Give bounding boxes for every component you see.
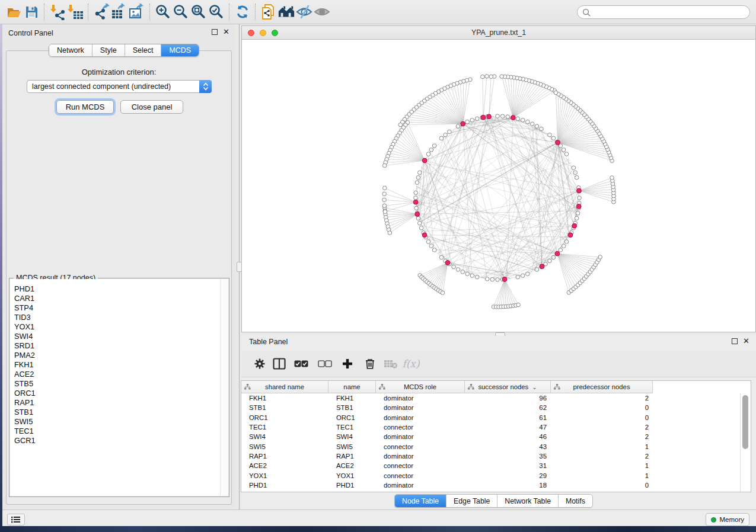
delete-row-icon[interactable]: [361, 355, 379, 373]
ring-node[interactable]: [415, 181, 419, 185]
ring-node[interactable]: [521, 118, 525, 122]
ring-node[interactable]: [516, 275, 520, 279]
ring-node[interactable]: [439, 255, 444, 259]
tab-select[interactable]: Select: [125, 44, 162, 56]
network-home-icon[interactable]: [277, 3, 295, 21]
ring-node[interactable]: [548, 259, 552, 263]
tab-style[interactable]: Style: [92, 44, 125, 56]
column-header-shared-name[interactable]: shared name: [241, 381, 328, 393]
mcds-result-item[interactable]: ACE2: [10, 370, 228, 379]
ring-node[interactable]: [559, 248, 563, 252]
columns-icon[interactable]: [270, 355, 288, 373]
ring-node[interactable]: [414, 206, 419, 210]
ring-node[interactable]: [448, 130, 452, 134]
mcds-hub-node[interactable]: [577, 188, 582, 193]
ring-node[interactable]: [551, 136, 556, 140]
ring-node[interactable]: [432, 248, 436, 252]
search-input[interactable]: [594, 8, 745, 17]
hide-eye-icon[interactable]: [295, 3, 313, 21]
ring-node[interactable]: [540, 127, 544, 131]
ring-node[interactable]: [564, 152, 569, 156]
ring-node[interactable]: [439, 136, 444, 140]
ring-node[interactable]: [572, 166, 576, 170]
table-row[interactable]: ORC1ORC1dominator610: [241, 413, 740, 422]
close-panel-button[interactable]: Close panel: [120, 100, 183, 114]
table-row[interactable]: RAP1RAP1dominator352: [241, 451, 740, 461]
ring-node[interactable]: [456, 268, 460, 272]
zoom-in-icon[interactable]: [154, 3, 172, 21]
ring-node[interactable]: [470, 118, 474, 122]
float-panel-icon[interactable]: [732, 338, 738, 344]
tab-motifs[interactable]: Motifs: [559, 495, 592, 507]
ring-node[interactable]: [456, 124, 460, 129]
table-row[interactable]: YOX1YOX1connector291: [241, 470, 740, 480]
ring-node[interactable]: [414, 191, 418, 195]
optimization-criterion-dropdown[interactable]: largest connected component (undirected): [27, 80, 212, 93]
mcds-hub-node[interactable]: [481, 115, 486, 120]
satellite-node[interactable]: [382, 192, 387, 196]
mcds-result-item[interactable]: SRD1: [10, 341, 228, 351]
mcds-hub-node[interactable]: [556, 140, 560, 145]
ring-node[interactable]: [562, 244, 566, 248]
ring-node[interactable]: [576, 211, 580, 216]
save-icon[interactable]: [23, 3, 40, 21]
table-row[interactable]: TEC1TEC1connector472: [241, 422, 740, 432]
satellite-node[interactable]: [489, 75, 493, 79]
ring-node[interactable]: [465, 272, 470, 276]
table-row[interactable]: SWI5SWI5connector431: [241, 441, 740, 451]
ring-node[interactable]: [573, 171, 578, 175]
mcds-hub-node[interactable]: [540, 264, 544, 269]
mcds-hub-node[interactable]: [511, 116, 515, 120]
deselect-all-icon[interactable]: [316, 355, 334, 373]
satellite-node[interactable]: [383, 210, 387, 214]
mcds-result-list[interactable]: PHD1CAR1STP4TID3YOX1SWI4SRD1PMA2FKH1ACE2…: [10, 279, 228, 496]
import-table-icon[interactable]: [66, 3, 84, 21]
close-panel-icon[interactable]: ✕: [743, 338, 749, 344]
satellite-node[interactable]: [481, 75, 485, 79]
ring-node[interactable]: [416, 216, 420, 220]
ring-node[interactable]: [429, 148, 433, 152]
ring-node[interactable]: [535, 124, 539, 129]
network-graph[interactable]: [242, 40, 755, 332]
mcds-result-item[interactable]: ORC1: [10, 389, 228, 398]
satellite-node[interactable]: [485, 74, 489, 78]
ring-node[interactable]: [562, 148, 566, 152]
ring-node[interactable]: [419, 226, 423, 230]
memory-button[interactable]: Memory: [706, 513, 749, 526]
column-header-MCDS-role[interactable]: MCDS role: [376, 381, 465, 393]
satellite-node[interactable]: [516, 303, 521, 307]
ring-node[interactable]: [575, 175, 579, 180]
ring-node[interactable]: [506, 115, 510, 119]
gear-icon[interactable]: [251, 355, 269, 373]
satellite-node[interactable]: [398, 123, 403, 127]
mcds-result-item[interactable]: STB1: [10, 408, 228, 417]
mcds-result-item[interactable]: CAR1: [10, 294, 228, 303]
tab-node-table[interactable]: Node Table: [395, 495, 446, 507]
satellite-node[interactable]: [610, 176, 614, 180]
search-box[interactable]: [577, 5, 750, 19]
satellite-node[interactable]: [500, 75, 504, 79]
ring-node[interactable]: [417, 221, 422, 225]
export-image-icon[interactable]: [128, 3, 146, 21]
mcds-result-item[interactable]: TID3: [10, 313, 228, 322]
satellite-node[interactable]: [382, 186, 387, 190]
ring-node[interactable]: [564, 240, 569, 244]
ring-node[interactable]: [526, 120, 530, 124]
column-header-name[interactable]: name: [328, 381, 376, 393]
scrollbar-thumb[interactable]: [742, 395, 748, 449]
open-folder-icon[interactable]: [5, 3, 23, 21]
export-table-icon[interactable]: [110, 3, 128, 21]
ring-node[interactable]: [500, 114, 505, 118]
table-row[interactable]: PHD1PHD1dominator180: [241, 480, 740, 490]
ring-node[interactable]: [432, 144, 436, 148]
mcds-result-item[interactable]: RAP1: [10, 398, 228, 408]
tab-network-table[interactable]: Network Table: [497, 495, 559, 507]
ring-node[interactable]: [426, 152, 430, 156]
network-view[interactable]: [242, 40, 755, 332]
float-panel-icon[interactable]: [212, 29, 218, 35]
ring-node[interactable]: [496, 278, 500, 282]
mcds-result-item[interactable]: TEC1: [10, 427, 228, 436]
ring-node[interactable]: [414, 196, 418, 200]
ring-node[interactable]: [475, 117, 479, 121]
zoom-fit-icon[interactable]: [190, 3, 208, 21]
